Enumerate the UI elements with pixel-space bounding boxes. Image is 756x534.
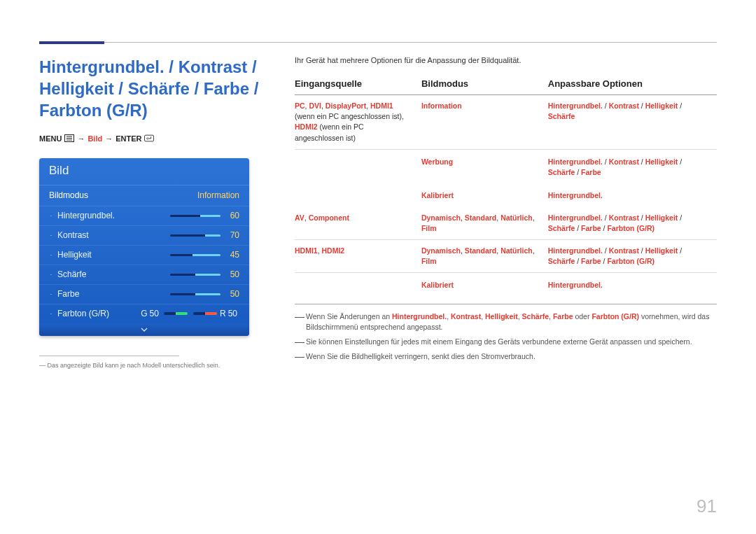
cell-mode: Dynamisch, Standard, Natürlich, Film <box>421 239 548 272</box>
th-source: Eingangsquelle <box>295 74 421 95</box>
menu-row[interactable]: · Helligkeit 45 <box>39 245 249 265</box>
right-column: Ihr Gerät hat mehrere Optionen für die A… <box>281 56 717 369</box>
cell-source <box>295 183 421 206</box>
g-label: G <box>141 309 147 318</box>
note-text: Wenn Sie Änderungen an Hintergrundbel., … <box>306 311 717 332</box>
breadcrumb: MENU → Bild → ENTER <box>39 134 260 143</box>
cell-options: Hintergrundbel. <box>548 183 717 206</box>
cell-options: Hintergrundbel. / Kontrast / Helligkeit … <box>548 239 717 272</box>
bc-item: Bild <box>88 134 102 143</box>
notes: ―Wenn Sie Änderungen an Hintergrundbel.,… <box>295 304 717 363</box>
footnote-rule <box>39 356 179 356</box>
menu-row[interactable]: · Hintergrundbel. 60 <box>39 206 249 225</box>
menu-value: 70 <box>230 230 239 240</box>
cell-options: Hintergrundbel. <box>548 273 717 297</box>
chevron-down-icon <box>141 328 148 332</box>
intro-text: Ihr Gerät hat mehrere Optionen für die A… <box>295 56 717 64</box>
table-row: Kalibriert Hintergrundbel. <box>295 273 717 297</box>
note-text: Sie können Einstellungen für jedes mit e… <box>306 337 692 347</box>
page-number: 91 <box>696 496 717 517</box>
menu-header: Bild <box>39 158 249 185</box>
dash-icon: ― <box>295 351 306 362</box>
cell-options: Hintergrundbel. / Kontrast / Helligkeit … <box>548 149 717 183</box>
menu-row[interactable]: · Schärfe 50 <box>39 265 249 284</box>
slider <box>170 215 220 217</box>
left-column: Hintergrundbel. / Kontrast / Helligkeit … <box>39 56 281 369</box>
table-row: Werbung Hintergrundbel. / Kontrast / Hel… <box>295 149 717 183</box>
footnote: ― Das angezeigte Bild kann je nach Model… <box>39 362 260 369</box>
cell-source <box>295 273 421 297</box>
bc-arrow: → <box>105 134 113 143</box>
th-options: Anpassbare Optionen <box>548 74 717 95</box>
footnote-text: Das angezeigte Bild kann je nach Modell … <box>48 362 220 369</box>
table-row: PC, DVI, DisplayPort, HDMI1 (wenn ein PC… <box>295 95 717 150</box>
menu-label: Farbe <box>57 289 166 299</box>
menu-value: 50 <box>230 289 239 299</box>
menu-panel: Bild Bildmodus Information · Hintergrund… <box>39 158 249 336</box>
menu-icon <box>64 134 74 142</box>
r-label: R <box>220 309 226 318</box>
note-item: ―Wenn Sie Änderungen an Hintergrundbel.,… <box>295 311 717 332</box>
menu-label: Helligkeit <box>57 250 166 260</box>
menu-row[interactable]: · Farbe 50 <box>39 284 249 304</box>
bc-enter: ENTER <box>115 134 141 143</box>
slider <box>170 254 220 256</box>
menu-label: Hintergrundbel. <box>57 211 166 220</box>
g-bar <box>164 312 188 315</box>
cell-source <box>295 149 421 183</box>
menu-row-farbton[interactable]: · Farbton (G/R) G 50 R 50 <box>39 304 249 323</box>
menu-value: 60 <box>230 211 239 220</box>
th-mode: Bildmodus <box>421 74 548 95</box>
bc-arrow: → <box>77 134 85 143</box>
bullet-icon: · <box>49 271 53 278</box>
dash-icon: ― <box>295 337 306 347</box>
slider <box>170 274 220 276</box>
bullet-icon: · <box>49 232 53 239</box>
g-value: 50 <box>150 309 159 318</box>
table-row: HDMI1, HDMI2 Dynamisch, Standard, Natürl… <box>295 239 717 272</box>
menu-label: Farbton (G/R) <box>57 309 141 318</box>
cell-mode: Werbung <box>421 149 548 183</box>
cell-mode: Kalibriert <box>421 183 548 206</box>
cell-options: Hintergrundbel. / Kontrast / Helligkeit … <box>548 207 717 240</box>
cell-mode: Dynamisch, Standard, Natürlich, Film <box>421 207 548 240</box>
menu-label: Schärfe <box>57 269 166 279</box>
dash-icon: ― <box>295 311 306 332</box>
slider <box>170 293 220 295</box>
enter-icon <box>144 134 154 142</box>
options-table: Eingangsquelle Bildmodus Anpassbare Opti… <box>295 74 717 297</box>
cell-mode: Information <box>421 95 548 150</box>
menu-value: 45 <box>230 250 239 260</box>
cell-mode: Kalibriert <box>421 273 548 297</box>
menu-row-bildmodus[interactable]: Bildmodus Information <box>39 185 249 206</box>
bc-menu: MENU <box>39 134 62 143</box>
menu-label: Bildmodus <box>49 190 192 200</box>
cell-source: AV, Component <box>295 207 421 240</box>
cell-source: PC, DVI, DisplayPort, HDMI1 (wenn ein PC… <box>295 95 421 150</box>
bullet-icon: · <box>49 290 53 297</box>
note-item: ―Wenn Sie die Bildhelligkeit verringern,… <box>295 351 717 362</box>
r-bar <box>193 312 217 315</box>
bullet-icon: · <box>49 251 53 258</box>
menu-value: 50 <box>230 269 239 279</box>
bullet-icon: · <box>49 212 53 219</box>
cell-source: HDMI1, HDMI2 <box>295 239 421 272</box>
table-row: AV, Component Dynamisch, Standard, Natür… <box>295 207 717 240</box>
menu-value: Information <box>197 190 239 200</box>
page-title: Hintergrundbel. / Kontrast / Helligkeit … <box>39 56 260 122</box>
note-text: Wenn Sie die Bildhelligkeit verringern, … <box>306 351 536 362</box>
note-item: ―Sie können Einstellungen für jedes mit … <box>295 337 717 347</box>
cell-options: Hintergrundbel. / Kontrast / Helligkeit … <box>548 95 717 150</box>
menu-label: Kontrast <box>57 230 166 240</box>
menu-row[interactable]: · Kontrast 70 <box>39 225 249 245</box>
bullet-icon: · <box>49 310 53 317</box>
table-row: Kalibriert Hintergrundbel. <box>295 183 717 206</box>
menu-scroll-down[interactable] <box>39 323 249 336</box>
r-value: 50 <box>228 309 237 318</box>
page: Hintergrundbel. / Kontrast / Helligkeit … <box>0 0 756 534</box>
slider <box>170 234 220 237</box>
